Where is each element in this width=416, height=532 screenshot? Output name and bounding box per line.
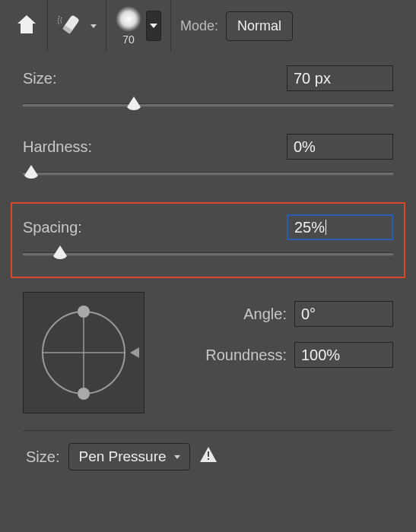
angle-roundness-fields: Angle: 0° Roundness: 100% xyxy=(158,292,393,368)
spacing-label: Spacing: xyxy=(23,219,82,236)
spacing-slider[interactable] xyxy=(23,245,393,264)
chevron-down-icon xyxy=(150,24,157,28)
spacing-highlight: Spacing: 25% xyxy=(11,202,405,278)
angle-label: Angle: xyxy=(158,306,287,323)
brush-preview-icon xyxy=(116,6,141,32)
hardness-row: Hardness: 0% xyxy=(23,134,393,160)
eraser-tool-button[interactable] xyxy=(57,13,97,39)
angle-input[interactable]: 0° xyxy=(294,301,393,327)
size-dynamics-select[interactable]: Pen Pressure xyxy=(68,443,189,470)
size-label: Size: xyxy=(23,70,56,87)
svg-point-6 xyxy=(78,388,90,400)
roundness-row: Roundness: 100% xyxy=(158,342,393,368)
slider-thumb[interactable] xyxy=(125,95,142,112)
warning-icon[interactable] xyxy=(199,446,218,467)
hardness-slider[interactable] xyxy=(23,164,393,184)
eraser-icon xyxy=(57,13,83,39)
svg-rect-8 xyxy=(208,458,209,460)
brush-settings-panel: Size: 70 px Hardness: 0% Spacing: 25% xyxy=(0,52,416,478)
slider-thumb[interactable] xyxy=(23,163,40,180)
size-dynamics-value: Pen Pressure xyxy=(78,448,166,465)
angle-row: Angle: 0° xyxy=(158,301,393,327)
mode-select[interactable]: Normal xyxy=(226,11,293,41)
mode-slot: Mode: Normal xyxy=(171,0,302,52)
brush-preset-button[interactable]: 70 xyxy=(116,6,141,46)
angle-dial-icon xyxy=(27,296,141,410)
footer-row: Size: Pen Pressure xyxy=(23,430,393,470)
mode-label: Mode: xyxy=(180,18,218,34)
hardness-input[interactable]: 0% xyxy=(287,134,393,160)
svg-point-5 xyxy=(78,306,90,318)
brush-slot: 70 xyxy=(106,0,171,52)
spacing-row: Spacing: 25% xyxy=(23,214,393,240)
size-input[interactable]: 70 px xyxy=(287,65,393,91)
mode-value: Normal xyxy=(237,18,281,34)
size-slider[interactable] xyxy=(23,96,393,116)
angle-roundness-group: Angle: 0° Roundness: 100% xyxy=(23,292,393,413)
home-button[interactable] xyxy=(15,14,38,38)
slider-thumb[interactable] xyxy=(52,244,68,261)
home-slot xyxy=(6,0,48,52)
options-toolbar: 70 Mode: Normal xyxy=(0,0,416,52)
angle-widget[interactable] xyxy=(23,292,144,413)
tool-slot xyxy=(48,0,106,52)
slider-track xyxy=(23,103,393,107)
roundness-input[interactable]: 100% xyxy=(294,342,393,368)
hardness-label: Hardness: xyxy=(23,138,92,156)
svg-rect-7 xyxy=(208,451,209,457)
footer-size-label: Size: xyxy=(26,448,59,466)
roundness-label: Roundness: xyxy=(158,347,287,364)
slider-track xyxy=(23,172,393,176)
brush-size-number: 70 xyxy=(122,33,135,46)
spacing-input[interactable]: 25% xyxy=(287,214,393,240)
chevron-down-icon xyxy=(91,24,97,28)
brush-dropdown-button[interactable] xyxy=(146,11,161,41)
size-row: Size: 70 px xyxy=(23,65,393,91)
chevron-down-icon xyxy=(174,455,180,459)
slider-track xyxy=(23,252,393,256)
